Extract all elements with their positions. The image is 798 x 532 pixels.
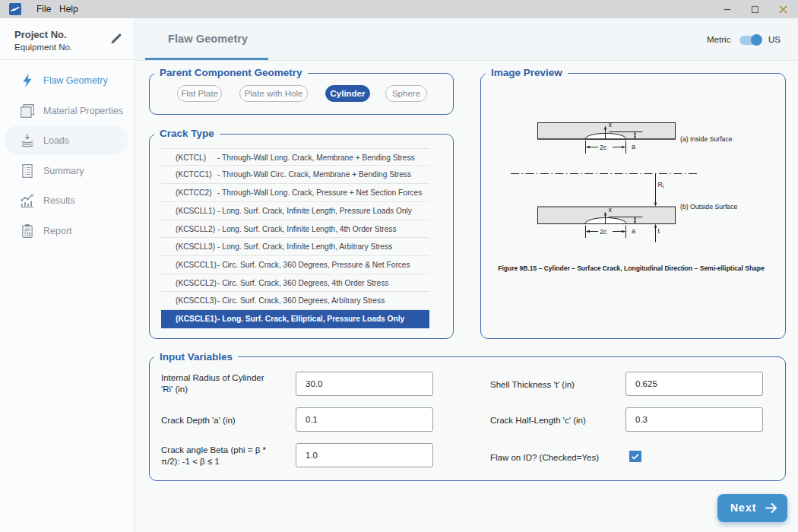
svg-text:2c: 2c — [600, 228, 607, 236]
svg-text:x: x — [609, 206, 613, 214]
svg-text:(b) Outside Surface: (b) Outside Surface — [680, 203, 737, 211]
svg-text:(a) Inside Surface: (a) Inside Surface — [680, 135, 733, 143]
svg-text:2c: 2c — [600, 144, 607, 151]
svg-text:x: x — [609, 121, 613, 128]
svg-text:a: a — [632, 143, 635, 150]
svg-text:Figure 9B.15 – Cylinder – Surf: Figure 9B.15 – Cylinder – Surface Crack,… — [498, 264, 765, 272]
svg-text:t: t — [658, 227, 660, 235]
svg-text:a: a — [632, 227, 635, 235]
svg-text:Ri: Ri — [658, 181, 664, 189]
